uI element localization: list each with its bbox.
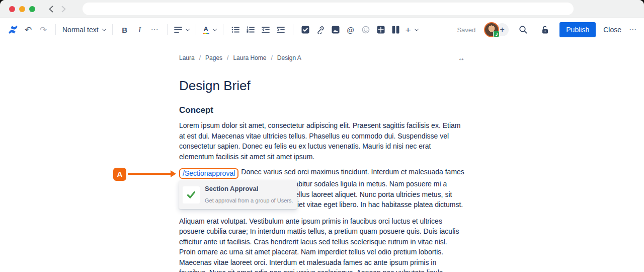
breadcrumb-item-laura[interactable]: Laura	[179, 54, 195, 61]
close-editor-button[interactable]: Close	[603, 26, 621, 34]
plus-icon: +	[406, 25, 411, 35]
mention-icon: @	[347, 26, 354, 34]
italic-button[interactable]: I	[133, 22, 147, 37]
avatar-badge: J	[493, 31, 500, 37]
outdent-button[interactable]	[259, 22, 273, 37]
address-bar[interactable]	[83, 3, 574, 15]
bold-button[interactable]: B	[118, 22, 132, 37]
link-icon	[316, 26, 325, 34]
mention-button[interactable]: @	[344, 22, 358, 37]
avatar[interactable]: J	[484, 22, 499, 37]
editor-toolbar: ↶ ↷ Normal text B I ⋯	[0, 18, 644, 41]
permissions-button[interactable]	[538, 22, 552, 37]
popup-texts: Section Approval Get approval from a gro…	[205, 184, 293, 206]
breadcrumb-item-laura-home[interactable]: Laura Home	[233, 54, 266, 61]
slash-command-popup[interactable]: Section Approval Get approval from a gro…	[179, 180, 297, 209]
traffic-lights	[9, 6, 35, 12]
redo-icon: ↷	[40, 26, 47, 34]
numbered-list-icon	[247, 26, 255, 33]
slash-command-chip[interactable]: /Sectionapproval	[179, 168, 238, 179]
search-button[interactable]	[516, 22, 530, 37]
indent-button[interactable]	[274, 22, 288, 37]
popup-icon-tile	[183, 186, 200, 203]
undo-icon: ↶	[25, 26, 32, 34]
breadcrumb: Laura / Pages / Laura Home / Design A	[179, 54, 301, 61]
toolbar-left-group: ↶ ↷ Normal text B I ⋯	[6, 22, 420, 37]
breadcrumb-item-design-a[interactable]: Design A	[277, 54, 301, 61]
popup-description: Get approval from a group of Users.	[205, 195, 293, 206]
text-style-dropdown[interactable]: Normal text	[61, 22, 107, 37]
alignment-dropdown[interactable]	[173, 22, 191, 37]
link-button[interactable]	[313, 22, 328, 37]
annotation-label-a: A	[113, 168, 126, 181]
back-icon[interactable]	[48, 6, 54, 13]
publish-button[interactable]: Publish	[559, 22, 596, 37]
chevron-down-icon	[414, 27, 418, 31]
layouts-icon	[392, 26, 399, 34]
redo-button[interactable]: ↷	[36, 22, 50, 37]
breadcrumb-separator: /	[227, 54, 228, 61]
more-formatting-button[interactable]: ⋯	[148, 22, 162, 37]
text-color-dropdown[interactable]: A	[201, 22, 218, 37]
search-icon	[519, 25, 528, 34]
text-style-label: Normal text	[62, 26, 99, 34]
save-status: Saved	[457, 26, 475, 34]
divider	[55, 24, 56, 35]
confluence-logo-icon	[8, 24, 19, 35]
popup-title: Section Approval	[205, 184, 293, 194]
more-formatting-icon: ⋯	[151, 25, 159, 34]
breadcrumb-separator: /	[199, 54, 201, 61]
browser-window: ↶ ↷ Normal text B I ⋯	[0, 0, 644, 272]
unlock-icon	[541, 25, 549, 34]
collaborators: J +	[484, 22, 509, 37]
close-window-button[interactable]	[9, 6, 15, 12]
align-left-icon	[174, 26, 182, 33]
text-color-icon: A	[203, 26, 209, 34]
section-heading[interactable]: Concept	[179, 105, 465, 116]
paragraph-1[interactable]: Lorem ipsum dolor sit amet, consectetur …	[179, 120, 465, 162]
divider	[167, 24, 168, 35]
divider	[223, 24, 223, 35]
plus-icon: +	[500, 25, 505, 34]
emoji-icon	[362, 26, 370, 34]
task-list-button[interactable]	[298, 22, 312, 37]
numbered-list-button[interactable]	[244, 22, 258, 37]
breadcrumb-item-pages[interactable]: Pages	[205, 54, 222, 61]
confluence-logo[interactable]	[6, 22, 20, 37]
divider	[112, 24, 113, 35]
insert-dropdown[interactable]: +	[404, 22, 420, 37]
bullet-list-button[interactable]	[228, 22, 243, 37]
editor-overflow-button[interactable]: ⋯	[629, 25, 637, 34]
chevron-down-icon	[185, 27, 189, 31]
zoom-window-button[interactable]	[29, 6, 35, 12]
image-button[interactable]	[329, 22, 343, 37]
layouts-button[interactable]	[389, 22, 403, 37]
chevron-down-icon	[212, 27, 216, 31]
checkmark-icon	[186, 190, 196, 200]
divider	[293, 24, 293, 35]
divider	[196, 24, 196, 35]
browser-nav	[48, 6, 66, 13]
minimize-window-button[interactable]	[19, 6, 25, 12]
annotation-arrow	[128, 173, 171, 175]
breadcrumb-separator: /	[271, 54, 272, 61]
chevron-down-icon	[102, 27, 106, 31]
paragraph-3[interactable]: Aliquam erat volutpat. Vestibulum ante i…	[179, 216, 465, 272]
table-icon	[377, 26, 385, 34]
undo-button[interactable]: ↶	[21, 22, 35, 37]
bold-icon: B	[122, 26, 127, 34]
browser-titlebar	[0, 0, 644, 18]
outdent-icon	[262, 26, 270, 33]
page-title[interactable]: Design Brief	[179, 78, 465, 93]
page-width-toggle-icon[interactable]: ↔	[458, 54, 465, 62]
forward-icon[interactable]	[61, 6, 66, 13]
paragraph-2-wrap: A /SectionapprovalDonec varius sed orci …	[179, 167, 465, 210]
emoji-button[interactable]	[359, 22, 373, 37]
editor-content: Laura / Pages / Laura Home / Design A ↔ …	[179, 54, 465, 272]
breadcrumb-row: Laura / Pages / Laura Home / Design A ↔	[179, 54, 465, 62]
image-icon	[332, 26, 340, 34]
toolbar-right-group: Saved J + Publish C	[457, 22, 637, 37]
indent-icon	[277, 26, 285, 33]
table-button[interactable]	[374, 22, 388, 37]
italic-icon: I	[138, 26, 141, 34]
